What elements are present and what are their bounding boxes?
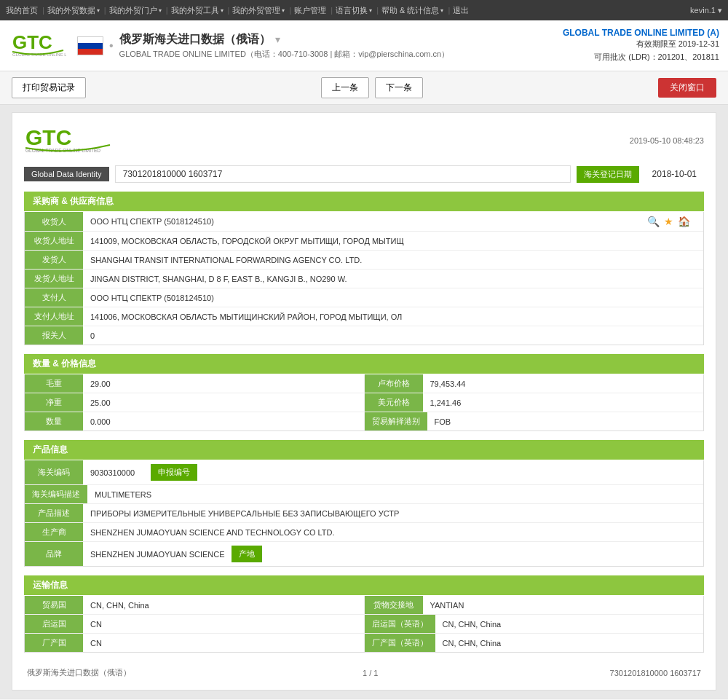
company-logo: GTC GLOBAL TRADE ONLINE LIMITED (9, 28, 67, 64)
trade-terms-label: 贸易解择港别 (365, 412, 427, 430)
main-content: GTC GLOBAL TRADE ONLINE LIMITED 2019-05-… (0, 105, 728, 698)
nav-portal[interactable]: 我的外贸门户 ▾ (109, 5, 162, 16)
field-row-manufacturer: 生产商 SHENZHEN JUMAOYUAN SCIENCE AND TECHN… (25, 523, 703, 542)
nav-trade-data[interactable]: 我的外贸数据 ▾ (47, 5, 100, 16)
net-weight-value: 25.00 (83, 393, 364, 412)
quantity-value: 0.000 (83, 412, 364, 430)
departure-country-en-label: 启运国（英语） (365, 615, 435, 633)
header-subtitle: GLOBAL TRADE ONLINE LIMITED（电话：400-710-3… (119, 49, 450, 60)
print-button-top[interactable]: 打印贸易记录 (12, 77, 86, 98)
field-row-product-desc: 产品描述 ПРИБОРЫ ИЗМЕРИТЕЛЬНЫЕ УНИВЕРСАЛЬНЫЕ… (25, 504, 703, 523)
record-id-bottom: 7301201810000 1603717 (610, 669, 701, 677)
logo-area: GTC GLOBAL TRADE ONLINE LIMITED (9, 28, 67, 64)
field-row-payer-addr: 支付人地址 141006, МОСКОВСКАЯ ОБЛАСТЬ МЫТИЩИН… (25, 307, 703, 326)
valid-until: 有效期限至 2019-12-31 (563, 38, 719, 51)
nav-account[interactable]: 账户管理 (294, 5, 326, 16)
usd-price-value: 1,241.46 (423, 393, 704, 412)
brand-value: SHENZHEN JUMAOYUAN SCIENCE 产地 (83, 542, 703, 566)
field-row-receiver: 收货人 ООО НТЦ СПЕКТР (5018124510) 🔍 ★ 🏠 (25, 212, 703, 232)
net-weight-label: 净重 (25, 393, 83, 412)
transport-header: 运输信息 (24, 575, 704, 595)
identity-value: 7301201810000 1603717 (115, 165, 571, 183)
ldr-info: 可用批次 (LDR)：201201、201811 (563, 51, 719, 64)
departure-country-label: 启运国 (25, 615, 83, 633)
col-trade-country: 贸易国 CN, CHN, China (25, 596, 364, 614)
declarer-label: 报关人 (25, 326, 83, 345)
payer-value: ООО НТЦ СПЕКТР (5018124510) (83, 288, 703, 307)
manufacturer-value: SHENZHEN JUMAOYUAN SCIENCE AND TECHNOLOG… (83, 523, 703, 541)
close-button-top[interactable]: 关闭窗口 (658, 78, 716, 98)
goods-delivery-label: 货物交接地 (365, 596, 423, 614)
user-info: kevin.1 ▾ (690, 6, 722, 15)
product-section: 产品信息 海关编码 9030310000 申报编号 海关编码描述 MULTIME… (24, 440, 704, 567)
identity-label: Global Data Identity (24, 167, 109, 181)
star-icon[interactable]: ★ (664, 216, 673, 227)
record-pages: 1 / 1 (363, 669, 378, 677)
nav-help[interactable]: 帮助 & 统计信息 ▾ (381, 5, 443, 16)
col-trade-terms: 贸易解择港别 FOB (364, 412, 704, 430)
trade-terms-value: FOB (427, 412, 704, 430)
payer-addr-value: 141006, МОСКОВСКАЯ ОБЛАСТЬ МЫТИЩИНСКИЙ Р… (83, 307, 703, 326)
nav-manage[interactable]: 我的外贸管理 ▾ (232, 5, 285, 16)
transport-body: 贸易国 CN, CHN, China 货物交接地 YANTIAN 启运国 CN (24, 596, 704, 653)
flag-area: • 俄罗斯海关进口数据（俄语） ▾ GLOBAL TRADE ONLINE LI… (77, 32, 449, 60)
origin-country-label: 厂产国 (25, 634, 83, 652)
sender-value: SHANGHAI TRANSIT INTERNATIONAL FORWARDIN… (83, 251, 703, 269)
record-source: 俄罗斯海关进口数据（俄语） (27, 667, 131, 678)
transport-row-2: 启运国 CN 启运国（英语） CN, CHN, China (25, 615, 703, 634)
manufacturer-label: 生产商 (25, 523, 83, 541)
buyer-supplier-header: 采购商 & 供应商信息 (24, 192, 704, 211)
sender-label: 发货人 (25, 251, 83, 269)
origin-country-value: CN (83, 634, 364, 652)
field-row-payer: 支付人 ООО НТЦ СПЕКТР (5018124510) (25, 288, 703, 307)
product-header: 产品信息 (24, 440, 704, 460)
nav-language[interactable]: 语言切换 ▾ (336, 5, 372, 16)
product-desc-value: ПРИБОРЫ ИЗМЕРИТЕЛЬНЫЕ УНИВЕРСАЛЬНЫЕ БЕЗ … (83, 504, 703, 522)
identity-row: Global Data Identity 7301201810000 16037… (24, 165, 704, 183)
quantity-label: 数量 (25, 412, 83, 430)
record-card: GTC GLOBAL TRADE ONLINE LIMITED 2019-05-… (12, 112, 716, 691)
col-rub-price: 卢布价格 79,453.44 (364, 374, 704, 393)
transport-section: 运输信息 贸易国 CN, CHN, China 货物交接地 YANTIAN (24, 575, 704, 653)
declarer-value: 0 (83, 326, 703, 345)
top-action-bar: 打印贸易记录 上一条 下一条 关闭窗口 (0, 71, 728, 105)
nav-tools[interactable]: 我的外贸工具 ▾ (171, 5, 223, 16)
buyer-supplier-section: 采购商 & 供应商信息 收货人 ООО НТЦ СПЕКТР (50181245… (24, 192, 704, 345)
trade-country-value: CN, CHN, China (83, 596, 364, 614)
next-button-top[interactable]: 下一条 (375, 77, 423, 98)
customs-code-label: 海关编码 (25, 460, 83, 484)
col-departure-country-en: 启运国（英语） CN, CHN, China (364, 615, 704, 633)
card-header: GTC GLOBAL TRADE ONLINE LIMITED 2019-05-… (24, 125, 704, 157)
header-bar: GTC GLOBAL TRADE ONLINE LIMITED • 俄罗斯海关进… (0, 20, 728, 71)
col-origin-country: 厂产国 CN (25, 634, 364, 652)
trade-country-label: 贸易国 (25, 596, 83, 614)
home-icon[interactable]: 🏠 (678, 216, 690, 227)
qty-row-1: 毛重 29.00 卢布价格 79,453.44 (25, 374, 703, 393)
svg-text:GTC: GTC (25, 125, 71, 149)
qty-row-3: 数量 0.000 贸易解择港别 FOB (25, 412, 703, 430)
product-desc-label: 产品描述 (25, 504, 83, 522)
customs-code-area: 9030310000 申报编号 (83, 460, 703, 484)
field-row-customs-code: 海关编码 9030310000 申报编号 (25, 460, 703, 485)
card-logo: GTC GLOBAL TRADE ONLINE LIMITED (24, 125, 111, 157)
col-gross-weight: 毛重 29.00 (25, 374, 364, 393)
nav-logout[interactable]: 退出 (453, 5, 469, 16)
production-place-label: 产地 (232, 546, 262, 562)
customs-desc-value: MULTIMETERS (87, 485, 703, 503)
nav-home[interactable]: 我的首页 (6, 5, 38, 16)
field-row-sender-addr: 发货人地址 JINGAN DISTRICT, SHANGHAI, D 8 F, … (25, 270, 703, 288)
search-icon[interactable]: 🔍 (647, 216, 660, 227)
col-net-weight: 净重 25.00 (25, 393, 364, 412)
col-goods-delivery: 货物交接地 YANTIAN (364, 596, 704, 614)
col-origin-country-en: 厂产国（英语） CN, CHN, China (364, 634, 704, 652)
prev-button-top[interactable]: 上一条 (321, 77, 369, 98)
gross-weight-label: 毛重 (25, 374, 83, 393)
sender-addr-value: JINGAN DISTRICT, SHANGHAI, D 8 F, EAST B… (83, 270, 703, 288)
field-row-brand: 品牌 SHENZHEN JUMAOYUAN SCIENCE 产地 (25, 542, 703, 566)
departure-country-en-value: CN, CHN, China (435, 615, 704, 633)
col-usd-price: 美元价格 1,241.46 (364, 393, 704, 412)
product-body: 海关编码 9030310000 申报编号 海关编码描述 MULTIMETERS … (24, 460, 704, 567)
quantity-price-body: 毛重 29.00 卢布价格 79,453.44 净重 25.00 美 (24, 374, 704, 431)
customs-code-value: 9030310000 (90, 468, 135, 477)
header-right: GLOBAL TRADE ONLINE LIMITED (A) 有效期限至 20… (563, 28, 719, 63)
